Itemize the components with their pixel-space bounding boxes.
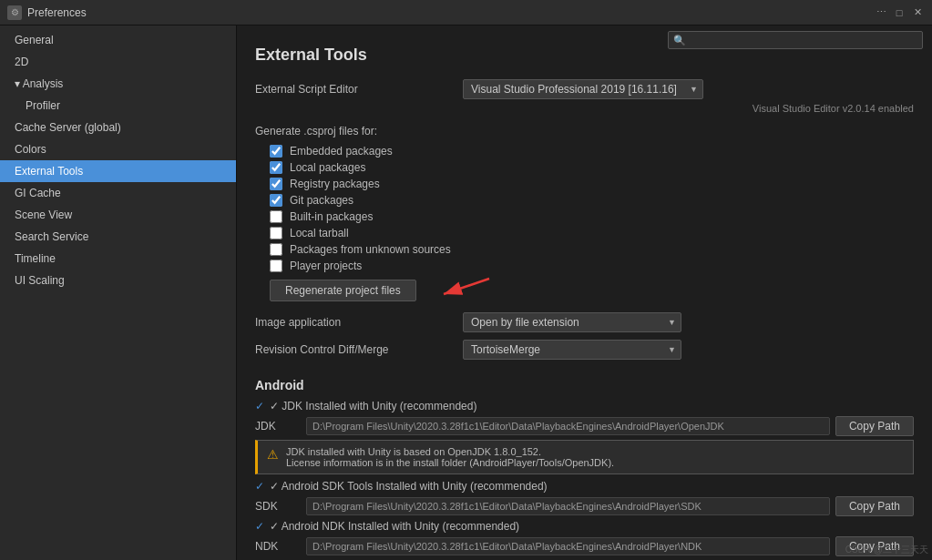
checkbox-git[interactable] bbox=[270, 194, 282, 207]
ndk-path-row: NDK D:\Program Files\Unity\2020.3.28f1c1… bbox=[255, 536, 914, 556]
generate-label: Generate .csproj files for: bbox=[255, 125, 914, 137]
red-arrow-icon bbox=[425, 274, 498, 301]
jdk-path: D:\Program Files\Unity\2020.3.28f1c1\Edi… bbox=[306, 417, 830, 435]
jdk-copy-path-button[interactable]: Copy Path bbox=[835, 416, 914, 436]
image-app-label: Image application bbox=[255, 316, 456, 329]
sdk-check-row: ✓ ✓ Android SDK Tools Installed with Uni… bbox=[255, 480, 914, 493]
checkbox-row-tarball: Local tarball bbox=[255, 225, 914, 241]
image-app-select[interactable]: Open by file extension bbox=[463, 312, 681, 332]
checkbox-label-player: Player projects bbox=[290, 260, 362, 272]
revision-form-row: Revision Control Diff/Merge TortoiseMerg… bbox=[255, 340, 914, 360]
checkbox-builtin[interactable] bbox=[270, 210, 282, 223]
checkbox-row-embedded: Embedded packages bbox=[255, 143, 914, 159]
sdk-check-label: ✓ Android SDK Tools Installed with Unity… bbox=[270, 480, 548, 493]
content-area: 🔍 External Tools External Script Editor … bbox=[237, 25, 932, 560]
sdk-checkmark-icon: ✓ bbox=[255, 480, 264, 493]
image-app-row: Image application Open by file extension… bbox=[255, 312, 914, 360]
jdk-check-row: ✓ ✓ JDK Installed with Unity (recommende… bbox=[255, 400, 914, 412]
checkbox-row-unknown: Packages from unknown sources bbox=[255, 241, 914, 258]
checkbox-registry[interactable] bbox=[270, 178, 282, 190]
regen-project-files-button[interactable]: Regenerate project files bbox=[270, 280, 416, 301]
checkbox-local[interactable] bbox=[270, 161, 282, 174]
script-editor-row: External Script Editor Visual Studio Pro… bbox=[255, 79, 914, 99]
jdk-check-label: ✓ JDK Installed with Unity (recommended) bbox=[270, 400, 476, 412]
search-bar: 🔍 bbox=[668, 31, 923, 49]
revision-select[interactable]: TortoiseMerge bbox=[463, 340, 681, 360]
sidebar-item-analysis[interactable]: ▾ Analysis bbox=[0, 73, 236, 95]
sidebar-item-search-service[interactable]: Search Service bbox=[0, 226, 236, 248]
script-editor-hint: Visual Studio Editor v2.0.14 enabled bbox=[255, 103, 914, 114]
jdk-warning-box: ⚠ JDK installed with Unity is based on O… bbox=[255, 440, 914, 474]
window-restore-button[interactable]: □ bbox=[892, 5, 906, 20]
main-layout: General2D▾ AnalysisProfilerCache Server … bbox=[0, 25, 932, 560]
ndk-check-row: ✓ ✓ Android NDK Installed with Unity (re… bbox=[255, 520, 914, 533]
search-input[interactable] bbox=[668, 31, 923, 49]
android-section: Android ✓ ✓ JDK Installed with Unity (re… bbox=[255, 378, 914, 560]
sidebar: General2D▾ AnalysisProfilerCache Server … bbox=[0, 25, 237, 560]
window-controls: ⋯ □ ✕ bbox=[874, 5, 925, 20]
sidebar-item-scene-view[interactable]: Scene View bbox=[0, 204, 236, 226]
checkbox-row-registry: Registry packages bbox=[255, 176, 914, 192]
checkbox-label-embedded: Embedded packages bbox=[290, 145, 393, 158]
title-bar: ⚙ Preferences ⋯ □ ✕ bbox=[0, 0, 932, 25]
jdk-path-row: JDK D:\Program Files\Unity\2020.3.28f1c1… bbox=[255, 416, 914, 436]
window-menu-button[interactable]: ⋯ bbox=[874, 5, 888, 20]
checkbox-row-builtin: Built-in packages bbox=[255, 209, 914, 225]
checkbox-label-registry: Registry packages bbox=[290, 178, 380, 190]
jdk-label: JDK bbox=[255, 420, 301, 433]
sidebar-item-gi-cache[interactable]: GI Cache bbox=[0, 182, 236, 204]
warning-icon: ⚠ bbox=[267, 447, 279, 462]
ndk-checkmark-icon: ✓ bbox=[255, 520, 264, 533]
checkbox-unknown[interactable] bbox=[270, 243, 282, 256]
checkbox-embedded[interactable] bbox=[270, 145, 282, 158]
jdk-checkmark-icon: ✓ bbox=[255, 400, 264, 412]
regen-container: Regenerate project files bbox=[255, 274, 914, 301]
checkbox-row-local: Local packages bbox=[255, 159, 914, 176]
sidebar-item-ui-scaling[interactable]: UI Scaling bbox=[0, 270, 236, 291]
checkbox-player[interactable] bbox=[270, 260, 282, 272]
sidebar-item-timeline[interactable]: Timeline bbox=[0, 248, 236, 270]
watermark: CSDN @二十三天天 bbox=[845, 544, 928, 556]
revision-label: Revision Control Diff/Merge bbox=[255, 343, 456, 356]
image-app-dropdown-wrapper: Open by file extension ▼ bbox=[463, 312, 681, 332]
search-icon: 🔍 bbox=[673, 35, 686, 46]
sidebar-item-general[interactable]: General bbox=[0, 29, 236, 51]
checkbox-label-builtin: Built-in packages bbox=[290, 210, 373, 223]
checkbox-label-tarball: Local tarball bbox=[290, 227, 349, 239]
ndk-label: NDK bbox=[255, 540, 301, 553]
checkbox-row-player: Player projects bbox=[255, 258, 914, 274]
content-inner: External Tools External Script Editor Vi… bbox=[237, 25, 932, 560]
svg-line-1 bbox=[444, 279, 489, 294]
app-icon: ⚙ bbox=[7, 5, 22, 20]
revision-dropdown-wrapper: TortoiseMerge ▼ bbox=[463, 340, 681, 360]
sidebar-item-cache-server[interactable]: Cache Server (global) bbox=[0, 117, 236, 138]
script-editor-dropdown-wrapper: Visual Studio Professional 2019 [16.11.1… bbox=[463, 79, 703, 99]
sdk-path-row: SDK D:\Program Files\Unity\2020.3.28f1c1… bbox=[255, 496, 914, 516]
checkbox-label-git: Git packages bbox=[290, 194, 353, 207]
sdk-path: D:\Program Files\Unity\2020.3.28f1c1\Edi… bbox=[306, 497, 830, 515]
script-editor-label: External Script Editor bbox=[255, 83, 456, 96]
image-app-form-row: Image application Open by file extension… bbox=[255, 312, 914, 332]
sdk-copy-path-button[interactable]: Copy Path bbox=[835, 496, 914, 516]
checkbox-label-local: Local packages bbox=[290, 161, 365, 174]
jdk-warning-text: JDK installed with Unity is based on Ope… bbox=[286, 446, 614, 468]
generate-section: Generate .csproj files for: Embedded pac… bbox=[255, 125, 914, 301]
window-close-button[interactable]: ✕ bbox=[910, 5, 925, 20]
sidebar-item-colors[interactable]: Colors bbox=[0, 138, 236, 160]
title-bar-title: Preferences bbox=[27, 6, 874, 19]
sidebar-item-profiler[interactable]: Profiler bbox=[0, 95, 236, 117]
script-editor-select[interactable]: Visual Studio Professional 2019 [16.11.1… bbox=[463, 79, 703, 99]
ndk-path: D:\Program Files\Unity\2020.3.28f1c1\Edi… bbox=[306, 537, 830, 555]
ndk-check-label: ✓ Android NDK Installed with Unity (reco… bbox=[270, 520, 519, 533]
checkbox-row-git: Git packages bbox=[255, 192, 914, 209]
android-title: Android bbox=[255, 378, 914, 392]
sidebar-item-2d[interactable]: 2D bbox=[0, 51, 236, 73]
checkbox-tarball[interactable] bbox=[270, 227, 282, 239]
checkbox-label-unknown: Packages from unknown sources bbox=[290, 243, 451, 256]
sdk-label: SDK bbox=[255, 500, 301, 513]
sidebar-item-external-tools[interactable]: External Tools bbox=[0, 160, 236, 182]
